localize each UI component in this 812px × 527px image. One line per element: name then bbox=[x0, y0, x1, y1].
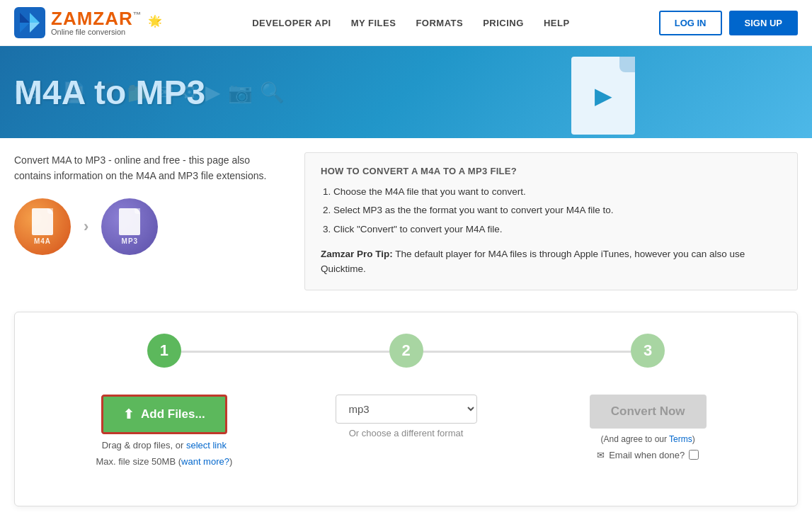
how-to-step-1: Choose the M4A file that you want to con… bbox=[333, 185, 782, 199]
logo-subtitle: Online file conversion bbox=[51, 28, 163, 36]
signup-button[interactable]: SIGN UP bbox=[729, 11, 798, 35]
logo-area: ZAMZAR™ 🌟 Online file conversion bbox=[14, 7, 163, 38]
pro-tip-label: Zamzar Pro Tip: bbox=[321, 249, 393, 259]
step-3-content: Convert Now (And agree to our Terms) ✉ E… bbox=[527, 395, 769, 460]
nav-help[interactable]: HELP bbox=[544, 18, 570, 28]
step-2-content: mp3 mp4 wav ogg aac flac m4a Or choose a… bbox=[285, 395, 527, 438]
select-link[interactable]: select link bbox=[186, 440, 227, 450]
nav-developer-api[interactable]: DEVELOPER API bbox=[252, 18, 331, 28]
step-3-column: 3 Convert Now (And agree to our Terms) ✉… bbox=[527, 334, 769, 460]
nav-pricing[interactable]: PRICING bbox=[483, 18, 524, 28]
logo-name: ZAMZAR™ 🌟 bbox=[51, 9, 163, 28]
step-2-column: 2 mp3 mp4 wav ogg aac flac m4a bbox=[285, 334, 527, 438]
format-select-wrap: mp3 mp4 wav ogg aac flac m4a Or choose a… bbox=[285, 395, 527, 438]
header-buttons: LOG IN SIGN UP bbox=[659, 11, 798, 35]
step-2-circle: 2 bbox=[389, 334, 423, 368]
zamzar-logo-icon bbox=[14, 7, 45, 38]
steps-row: 1 ⬆ Add Files... Drag & drop files, or s… bbox=[43, 334, 769, 467]
drag-drop-text: Drag & drop files, or bbox=[102, 440, 184, 450]
m4a-format-icon: M4A bbox=[14, 198, 71, 255]
step-1-circle: 1 bbox=[147, 334, 181, 368]
email-icon: ✉ bbox=[597, 450, 605, 460]
main-nav: DEVELOPER API MY FILES FORMATS PRICING H… bbox=[252, 18, 569, 28]
step-3-circle: 3 bbox=[631, 334, 665, 368]
nav-my-files[interactable]: MY FILES bbox=[351, 18, 396, 28]
how-to-section: HOW TO CONVERT A M4A TO A MP3 FILE? Choo… bbox=[304, 152, 798, 290]
convert-now-button[interactable]: Convert Now bbox=[590, 395, 707, 429]
main-content: Convert M4A to MP3 - online and free - t… bbox=[0, 138, 812, 521]
login-button[interactable]: LOG IN bbox=[659, 11, 722, 35]
converter-box: 1 ⬆ Add Files... Drag & drop files, or s… bbox=[14, 312, 798, 506]
logo-text: ZAMZAR™ 🌟 Online file conversion bbox=[51, 9, 163, 36]
add-files-button[interactable]: ⬆ Add Files... bbox=[101, 395, 227, 434]
m4a-file-shape bbox=[32, 208, 53, 235]
description-section: Convert M4A to MP3 - online and free - t… bbox=[14, 152, 798, 290]
upload-icon: ⬆ bbox=[123, 407, 134, 422]
mp3-file-shape bbox=[119, 208, 140, 235]
pro-tip: Zamzar Pro Tip: The default player for M… bbox=[321, 246, 782, 277]
step-1-column: 1 ⬆ Add Files... Drag & drop files, or s… bbox=[43, 334, 285, 467]
how-to-heading: HOW TO CONVERT A M4A TO A MP3 FILE? bbox=[321, 166, 782, 176]
how-to-step-2: Select MP3 as the the format you want to… bbox=[333, 203, 782, 217]
conversion-icons: M4A › MP3 bbox=[14, 198, 283, 255]
format-hint: Or choose a different format bbox=[349, 428, 464, 438]
add-files-label: Add Files... bbox=[141, 407, 205, 421]
nav-formats[interactable]: FORMATS bbox=[416, 18, 463, 28]
format-select[interactable]: mp3 mp4 wav ogg aac flac m4a bbox=[336, 395, 477, 424]
conversion-arrow-icon: › bbox=[84, 217, 88, 236]
description-text: Convert M4A to MP3 - online and free - t… bbox=[14, 152, 283, 184]
email-label: Email when done? bbox=[609, 450, 685, 460]
mp3-label: MP3 bbox=[122, 237, 139, 245]
how-to-steps: Choose the M4A file that you want to con… bbox=[321, 185, 782, 237]
m4a-label: M4A bbox=[34, 237, 51, 245]
step-1-content: ⬆ Add Files... Drag & drop files, or sel… bbox=[43, 395, 285, 467]
how-to-step-3: Click "Convert" to convert your M4A file… bbox=[333, 222, 782, 237]
banner-to-format: MP3 bbox=[136, 74, 206, 111]
email-checkbox[interactable] bbox=[689, 450, 699, 460]
banner-file-icon: ▶ bbox=[571, 57, 635, 135]
file-shape: ▶ bbox=[571, 57, 635, 135]
play-icon: ▶ bbox=[595, 82, 612, 109]
header: ZAMZAR™ 🌟 Online file conversion DEVELOP… bbox=[0, 0, 812, 46]
banner: Ps♪📄🎵📁 ✉⚙▶📷🔍 M4A to MP3 ▶ bbox=[0, 46, 812, 138]
banner-from-format: M4A bbox=[14, 74, 85, 111]
mp3-format-icon: MP3 bbox=[101, 198, 158, 255]
left-column: Convert M4A to MP3 - online and free - t… bbox=[14, 152, 283, 290]
banner-title: M4A to MP3 bbox=[14, 73, 205, 112]
terms-link[interactable]: Terms bbox=[669, 434, 692, 444]
step-3-agree: (And agree to our Terms) bbox=[601, 434, 695, 444]
step-1-hint: Drag & drop files, or select link bbox=[102, 440, 227, 450]
max-file-hint: Max. file size 50MB (want more?) bbox=[96, 456, 232, 467]
want-more-link[interactable]: want more? bbox=[181, 456, 229, 467]
step-3-email: ✉ Email when done? bbox=[597, 450, 699, 460]
